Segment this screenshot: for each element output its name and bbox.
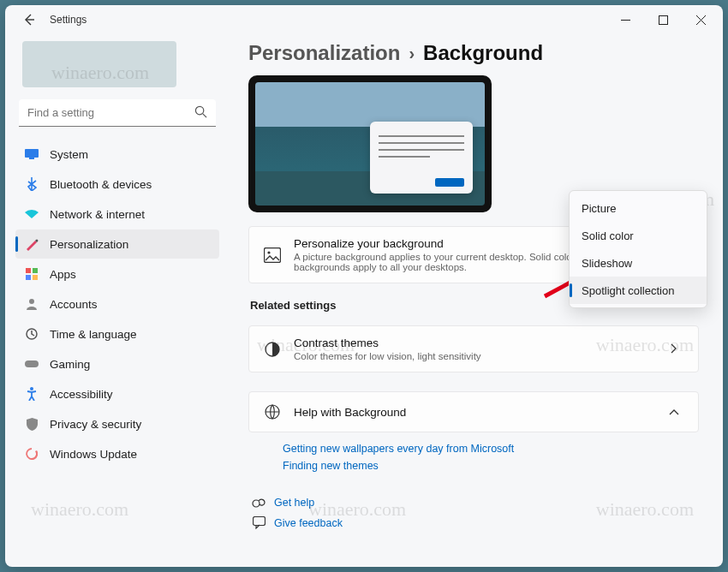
globe-icon [263, 402, 282, 421]
help-link-wallpapers[interactable]: Getting new wallpapers every day from Mi… [283, 443, 699, 455]
chevron-right-icon [664, 342, 684, 357]
contrast-icon [263, 340, 282, 359]
sidebar-item-label: Accessibility [50, 388, 113, 401]
svg-point-13 [267, 251, 270, 253]
sidebar-item-label: Network & internet [50, 208, 145, 221]
feedback-icon [250, 516, 267, 529]
dropdown-option-solid[interactable]: Solid color [570, 222, 707, 249]
sidebar-item-gaming[interactable]: Gaming [15, 349, 219, 378]
gaming-icon [24, 356, 39, 372]
svg-point-8 [29, 299, 34, 304]
personalization-icon [24, 236, 39, 252]
card-title: Contrast themes [294, 337, 664, 349]
accounts-icon [24, 296, 39, 312]
minimize-button[interactable] [606, 7, 644, 33]
svg-rect-10 [25, 360, 39, 367]
card-desc: Color themes for low vision, light sensi… [294, 351, 664, 361]
sidebar-item-label: Gaming [50, 358, 90, 371]
account-card[interactable] [22, 41, 176, 87]
network-icon [24, 206, 39, 222]
svg-point-11 [30, 387, 33, 390]
sidebar-item-label: Apps [50, 268, 76, 281]
dropdown-option-spotlight[interactable]: Spotlight collection [570, 277, 707, 304]
sidebar-item-bluetooth[interactable]: Bluetooth & devices [15, 170, 219, 199]
background-type-dropdown: Picture Solid color Slideshow Spotlight … [569, 190, 707, 308]
sidebar-item-label: Personalization [50, 238, 128, 251]
get-help-link[interactable]: Get help [250, 496, 699, 509]
sidebar-item-label: Windows Update [50, 448, 137, 461]
update-icon [24, 446, 39, 462]
contrast-themes-card[interactable]: Contrast themes Color themes for low vis… [248, 325, 699, 372]
system-icon [24, 146, 39, 162]
svg-rect-17 [253, 517, 265, 526]
breadcrumb-parent[interactable]: Personalization [248, 41, 400, 65]
sidebar-item-label: Accounts [50, 298, 98, 311]
help-icon [250, 496, 267, 509]
help-background-card[interactable]: Help with Background [248, 391, 699, 432]
time-icon [24, 326, 39, 342]
sidebar-item-apps[interactable]: Apps [15, 259, 219, 289]
sidebar-item-privacy[interactable]: Privacy & security [15, 409, 219, 438]
sidebar-item-label: Time & language [50, 328, 137, 341]
window-title: Settings [50, 14, 87, 26]
search-icon [194, 105, 207, 122]
bluetooth-icon [24, 176, 39, 192]
sidebar-item-accounts[interactable]: Accounts [15, 289, 219, 319]
svg-point-16 [253, 500, 260, 507]
svg-rect-2 [25, 149, 39, 158]
sidebar-item-personalization[interactable]: Personalization [15, 229, 219, 259]
nav-list: System Bluetooth & devices Network & int… [15, 139, 219, 469]
chevron-up-icon [664, 404, 684, 420]
sidebar-item-accessibility[interactable]: Accessibility [15, 379, 219, 408]
give-feedback-link[interactable]: Give feedback [250, 516, 699, 529]
privacy-icon [24, 416, 39, 432]
svg-rect-4 [26, 268, 31, 273]
sidebar-item-time[interactable]: Time & language [15, 319, 219, 349]
apps-icon [24, 266, 39, 282]
breadcrumb: Personalization › Background [248, 41, 699, 65]
footer-links: Get help Give feedback [248, 496, 699, 529]
svg-rect-0 [659, 15, 667, 24]
preview-window-mock [370, 122, 473, 194]
maximize-button[interactable] [644, 7, 682, 33]
back-button[interactable] [19, 9, 39, 30]
preview-scene [255, 82, 485, 206]
chevron-right-icon: › [409, 44, 415, 63]
help-links: Getting new wallpapers every day from Mi… [248, 432, 699, 482]
svg-rect-6 [26, 275, 31, 280]
titlebar: Settings [5, 5, 723, 34]
svg-rect-12 [265, 247, 281, 262]
close-button[interactable] [682, 7, 719, 33]
svg-rect-3 [29, 158, 34, 159]
sidebar-item-label: Bluetooth & devices [50, 178, 152, 191]
search-container [19, 99, 216, 127]
image-icon [263, 246, 282, 265]
main-content: Personalization › Background Personalize… [230, 34, 723, 567]
accessibility-icon [24, 386, 39, 402]
dropdown-option-slideshow[interactable]: Slideshow [570, 249, 707, 277]
sidebar-item-network[interactable]: Network & internet [15, 200, 219, 229]
card-title: Help with Background [294, 406, 664, 419]
sidebar: System Bluetooth & devices Network & int… [5, 34, 230, 567]
svg-point-1 [195, 106, 203, 114]
svg-rect-5 [33, 268, 38, 273]
back-arrow-icon [22, 13, 36, 27]
search-input[interactable] [19, 99, 216, 127]
sidebar-item-label: System [50, 148, 88, 161]
sidebar-item-label: Privacy & security [50, 418, 141, 431]
page-title: Background [423, 41, 543, 65]
dropdown-option-picture[interactable]: Picture [570, 194, 707, 222]
sidebar-item-system[interactable]: System [15, 140, 219, 169]
settings-window: Settings System Bluetooth & devices Netw… [5, 5, 723, 567]
svg-rect-7 [33, 275, 38, 280]
desktop-preview [248, 75, 492, 212]
help-link-themes[interactable]: Finding new themes [283, 460, 699, 472]
sidebar-item-update[interactable]: Windows Update [15, 439, 219, 468]
